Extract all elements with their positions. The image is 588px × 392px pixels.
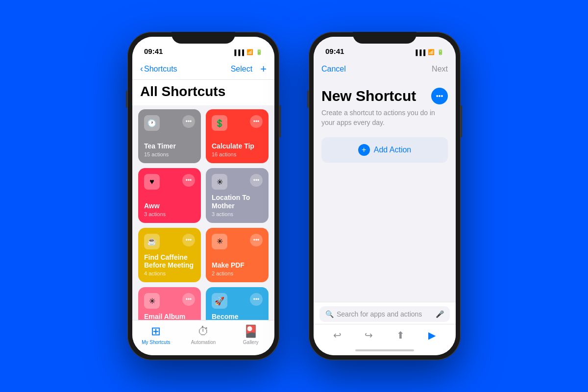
- my-shortcuts-icon: ⊞: [151, 324, 161, 338]
- wifi-icon-r: 📶: [428, 49, 435, 55]
- bottom-toolbar: ↩ ↪ ⬆ ▶: [314, 324, 456, 345]
- back-button[interactable]: ‹ Shortcuts: [140, 64, 177, 74]
- email-album-art-icon: ✳: [144, 293, 160, 309]
- new-shortcut-header: New Shortcut •••: [321, 88, 448, 104]
- aww-icon: ♥: [144, 174, 160, 190]
- card-top-2: 💲 •••: [212, 115, 263, 131]
- status-time-left: 09:41: [144, 47, 163, 55]
- play-button[interactable]: ▶: [422, 325, 442, 345]
- search-bar[interactable]: 🔍 Search for apps and actions 🎤: [319, 306, 450, 322]
- tea-timer-name: Tea Timer: [144, 142, 195, 150]
- battery-icon: 🔋: [256, 49, 263, 55]
- card-top-3: ♥ •••: [144, 174, 195, 190]
- card-bottom-5: Find Caffeine Before Meeting 4 actions: [144, 253, 195, 277]
- add-action-button[interactable]: + Add Action: [321, 137, 448, 163]
- select-button[interactable]: Select: [231, 65, 252, 74]
- redo-button[interactable]: ↪: [359, 325, 379, 345]
- make-pdf-name: Make PDF: [212, 261, 263, 270]
- signal-icon-r: ▐▐▐: [414, 49, 425, 55]
- shortcut-make-pdf[interactable]: ✳ ••• Make PDF 2 actions: [206, 228, 269, 283]
- card-bottom-2: Calculate Tip 16 actions: [212, 142, 263, 157]
- automation-label: Automation: [191, 340, 216, 345]
- email-album-art-name: Email Album Art: [144, 313, 195, 320]
- status-icons-right: ▐▐▐ 📶 🔋: [414, 49, 444, 55]
- next-button[interactable]: Next: [432, 65, 448, 74]
- microphone-icon[interactable]: 🎤: [436, 310, 444, 318]
- calculate-tip-name: Calculate Tip: [212, 142, 263, 150]
- right-phone: 09:41 ▐▐▐ 📶 🔋 Cancel Next New Shortcut •…: [309, 32, 461, 360]
- tab-bar: ⊞ My Shortcuts ⏱ Automation 🎴 Gallery: [132, 320, 274, 355]
- nav-actions: Select +: [231, 64, 267, 74]
- battery-icon-r: 🔋: [437, 49, 444, 55]
- find-caffeine-more[interactable]: •••: [182, 234, 195, 246]
- aww-actions: 3 actions: [144, 211, 195, 217]
- card-bottom-8: Become Famous 3 actions: [212, 313, 263, 320]
- shortcut-email-album-art[interactable]: ✳ ••• Email Album Art 3 actions: [138, 287, 201, 320]
- search-area: 🔍 Search for apps and actions 🎤: [314, 302, 456, 324]
- add-shortcut-button[interactable]: +: [260, 64, 267, 74]
- shortcut-find-caffeine[interactable]: ☕ ••• Find Caffeine Before Meeting 4 act…: [138, 228, 201, 283]
- location-to-mother-actions: 3 actions: [212, 211, 263, 217]
- back-label: Shortcuts: [144, 65, 177, 74]
- card-top-5: ☕ •••: [144, 234, 195, 249]
- page-title-area: All Shortcuts: [132, 80, 274, 105]
- email-album-art-more[interactable]: •••: [182, 293, 195, 306]
- become-famous-more[interactable]: •••: [250, 293, 263, 306]
- more-options-button[interactable]: •••: [431, 88, 448, 104]
- card-top-6: ✳ •••: [212, 234, 263, 249]
- location-to-mother-more[interactable]: •••: [250, 174, 263, 187]
- tea-timer-more[interactable]: •••: [182, 115, 195, 128]
- gallery-label: Gallery: [243, 340, 259, 345]
- left-screen: 09:41 ▐▐▐ 📶 🔋 ‹ Shortcuts Select + All S…: [132, 37, 274, 355]
- tab-gallery[interactable]: 🎴 Gallery: [227, 324, 274, 345]
- new-shortcut-description: Create a shortcut to actions you do in y…: [321, 108, 448, 127]
- calculate-tip-actions: 16 actions: [212, 151, 263, 157]
- undo-button[interactable]: ↩: [327, 325, 347, 345]
- left-phone: 09:41 ▐▐▐ 📶 🔋 ‹ Shortcuts Select + All S…: [127, 32, 279, 360]
- gallery-icon: 🎴: [244, 324, 258, 338]
- status-time-right: 09:41: [325, 47, 344, 55]
- new-shortcut-nav: Cancel Next: [314, 58, 456, 80]
- tea-timer-actions: 15 actions: [144, 151, 195, 157]
- find-caffeine-name: Find Caffeine Before Meeting: [144, 253, 195, 270]
- calculate-tip-more[interactable]: •••: [250, 115, 263, 128]
- make-pdf-more[interactable]: •••: [250, 234, 263, 246]
- location-to-mother-name: Location To Mother: [212, 194, 263, 210]
- tab-my-shortcuts[interactable]: ⊞ My Shortcuts: [132, 324, 180, 345]
- card-bottom-6: Make PDF 2 actions: [212, 261, 263, 276]
- card-bottom-3: Aww 3 actions: [144, 202, 195, 217]
- find-caffeine-actions: 4 actions: [144, 270, 195, 276]
- card-top-8: 🚀 •••: [212, 293, 263, 309]
- my-shortcuts-label: My Shortcuts: [142, 340, 170, 345]
- aww-name: Aww: [144, 202, 195, 210]
- new-shortcut-content: New Shortcut ••• Create a shortcut to ac…: [314, 80, 456, 302]
- shortcut-tea-timer[interactable]: 🕐 ••• Tea Timer 15 actions: [138, 109, 201, 163]
- tab-automation[interactable]: ⏱ Automation: [180, 324, 227, 345]
- share-button[interactable]: ⬆: [391, 325, 410, 345]
- automation-icon: ⏱: [197, 324, 209, 338]
- wifi-icon: 📶: [246, 49, 253, 55]
- card-bottom-1: Tea Timer 15 actions: [144, 142, 195, 157]
- aww-more[interactable]: •••: [182, 174, 195, 187]
- search-placeholder-text: Search for apps and actions: [337, 310, 433, 318]
- right-screen: 09:41 ▐▐▐ 📶 🔋 Cancel Next New Shortcut •…: [314, 37, 456, 355]
- card-bottom-7: Email Album Art 3 actions: [144, 313, 195, 320]
- notch: [172, 32, 235, 44]
- shortcut-become-famous[interactable]: 🚀 ••• Become Famous 3 actions: [206, 287, 269, 320]
- shortcut-calculate-tip[interactable]: 💲 ••• Calculate Tip 16 actions: [206, 109, 269, 163]
- page-title: All Shortcuts: [140, 84, 267, 99]
- card-bottom-4: Location To Mother 3 actions: [212, 194, 263, 217]
- shortcut-aww[interactable]: ♥ ••• Aww 3 actions: [138, 168, 201, 223]
- find-caffeine-icon: ☕: [144, 234, 160, 249]
- tea-timer-icon: 🕐: [144, 115, 160, 131]
- shortcut-location-to-mother[interactable]: ✳ ••• Location To Mother 3 actions: [206, 168, 269, 223]
- shortcuts-scroll: 🕐 ••• Tea Timer 15 actions 💲 ••• Calcula…: [132, 105, 274, 320]
- location-to-mother-icon: ✳: [212, 174, 227, 190]
- cancel-button[interactable]: Cancel: [321, 65, 346, 74]
- make-pdf-actions: 2 actions: [212, 270, 263, 276]
- home-bar: [355, 349, 414, 351]
- back-arrow-icon: ‹: [140, 64, 143, 74]
- status-icons-left: ▐▐▐ 📶 🔋: [233, 49, 263, 55]
- notch-right: [353, 32, 416, 44]
- card-top-4: ✳ •••: [212, 174, 263, 190]
